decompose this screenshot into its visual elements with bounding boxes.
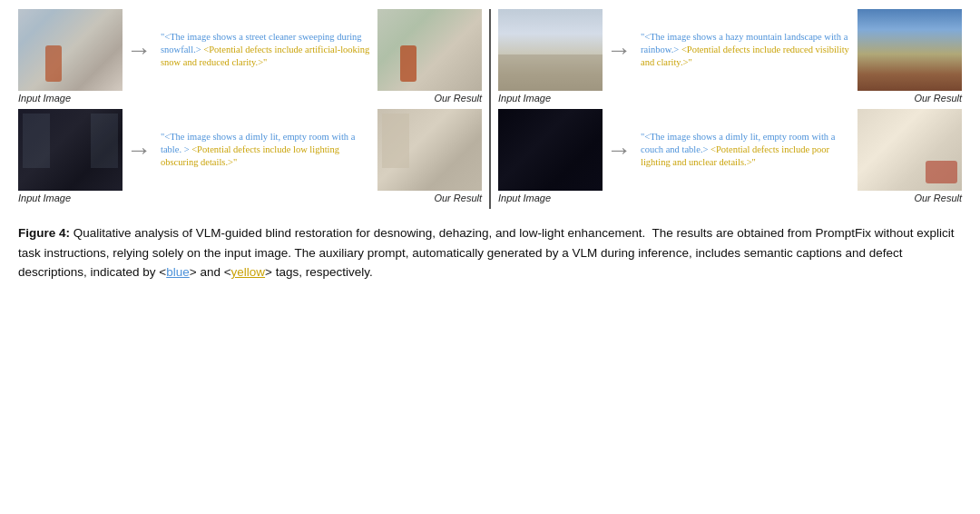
caption-bottom-right: "<The image shows a dimly lit, empty roo… [635, 131, 858, 170]
result-image-street [377, 9, 482, 91]
right-arrow-icon-3: → [606, 37, 632, 63]
result-image-mountain [858, 9, 962, 91]
right-arrow-icon-2: → [126, 137, 152, 163]
bottom-right-images-caption: → "<The image shows a dimly lit, empty r… [498, 109, 962, 191]
label-row-top-left: Input Image Our Result [18, 91, 482, 109]
label-row-bottom-right: Input Image Our Result [498, 191, 962, 209]
caption-top-right: "<The image shows a hazy mountain landsc… [635, 31, 858, 70]
result-image-room-left [377, 109, 482, 191]
caption-bottom-left: "<The image shows a dimly lit, empty roo… [155, 131, 377, 170]
input-image-mountain [498, 9, 603, 91]
caption-text-1: Qualitative analysis of VLM-guided blind… [18, 226, 955, 279]
input-label-bottom-left: Input Image [18, 193, 71, 203]
figure-caption: Figure 4: Qualitative analysis of VLM-gu… [18, 220, 962, 282]
main-container: → "<The image shows a street cleaner swe… [18, 9, 962, 282]
input-image-street [18, 9, 122, 91]
blue-tag: blue [166, 265, 190, 279]
input-label-top-right: Input Image [498, 93, 551, 104]
input-label-top-left: Input Image [18, 93, 71, 104]
figure-label: Figure 4: [18, 226, 70, 240]
panel-top-right: → "<The image shows a hazy mountain land… [498, 9, 962, 109]
result-label-bottom-right: Our Result [914, 193, 962, 203]
panel-top-left: → "<The image shows a street cleaner swe… [18, 9, 482, 109]
arrow-top-left: → [122, 37, 155, 63]
top-left-images-caption: → "<The image shows a street cleaner swe… [18, 9, 482, 91]
right-half: → "<The image shows a hazy mountain land… [498, 9, 962, 209]
left-half: → "<The image shows a street cleaner swe… [18, 9, 491, 209]
label-row-bottom-left: Input Image Our Result [18, 191, 482, 209]
arrow-bottom-left: → [122, 137, 155, 163]
panel-bottom-right: → "<The image shows a dimly lit, empty r… [498, 109, 962, 209]
top-right-images-caption: → "<The image shows a hazy mountain land… [498, 9, 962, 91]
input-label-bottom-right: Input Image [498, 193, 551, 203]
grid-area: → "<The image shows a street cleaner swe… [18, 9, 962, 209]
arrow-top-right: → [603, 37, 635, 63]
bottom-left-images-caption: → "<The image shows a dimly lit, empty r… [18, 109, 482, 191]
right-arrow-icon-4: → [606, 137, 632, 163]
result-image-room-right [858, 109, 962, 191]
result-label-top-right: Our Result [914, 93, 962, 104]
right-arrow-icon: → [126, 37, 152, 63]
yellow-tag: yellow [231, 265, 266, 279]
input-image-room-dark2 [498, 109, 603, 191]
input-image-room-dark [18, 109, 122, 191]
label-row-top-right: Input Image Our Result [498, 91, 962, 109]
result-label-top-left: Our Result [434, 93, 482, 104]
caption-top-left: "<The image shows a street cleaner sweep… [155, 31, 377, 70]
result-label-bottom-left: Our Result [434, 193, 482, 203]
arrow-bottom-right: → [603, 137, 635, 163]
panel-bottom-left: → "<The image shows a dimly lit, empty r… [18, 109, 482, 209]
